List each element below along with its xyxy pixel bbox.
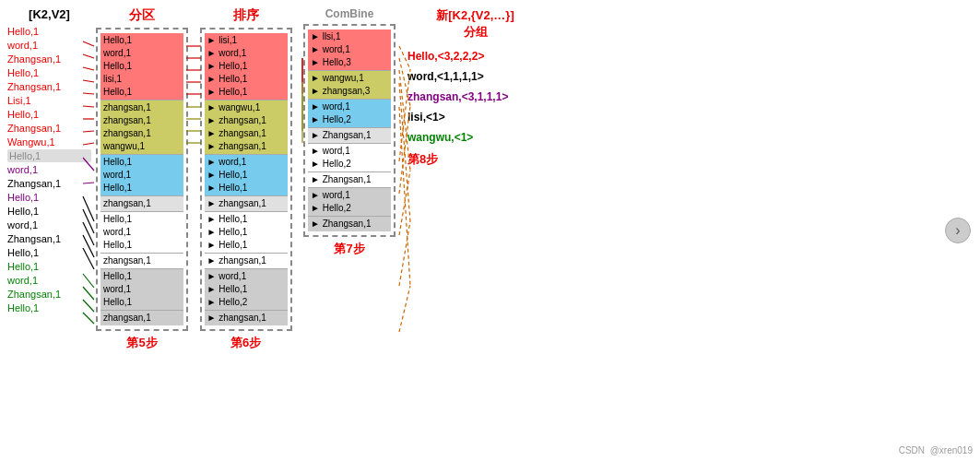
col5-item-2: zhangsan,<3,1,1,1>: [407, 90, 508, 103]
seg-item-2-1: ► Hello,2: [311, 113, 388, 126]
seg-item-4-0: ► word,1: [311, 145, 388, 158]
svg-line-46: [399, 221, 410, 286]
seg-item-4-2: Hello,1: [103, 239, 181, 252]
seg-item-1-0: ► wangwu,1: [207, 101, 285, 114]
segment-1: ► wangwu,1► zhangsan,1► zhangsan,1► zhan…: [205, 100, 288, 154]
watermark-csdn: CSDN: [899, 445, 925, 455]
seg-item-0-3: ► Hello,1: [207, 73, 285, 86]
col2-header: 分区: [129, 7, 155, 24]
col1-item-14: word,1: [7, 219, 91, 231]
col1-item-11: Zhangsan,1: [7, 177, 91, 190]
seg-item-4-1: word,1: [103, 226, 181, 239]
seg-item-4-0: Hello,1: [103, 213, 181, 226]
seg-item-2-1: word,1: [103, 169, 181, 182]
seg-item-6-2: Hello,1: [103, 296, 181, 309]
seg-item-0-3: lisi,1: [103, 73, 181, 86]
col3-step: 第6步: [230, 335, 261, 351]
main-container: [K2,V2] Hello,1word,1Zhangsan,1Hello,1Zh…: [0, 0, 980, 461]
col1-items: Hello,1word,1Zhangsan,1Hello,1Zhangsan,1…: [7, 25, 91, 314]
seg-item-5-0: zhangsan,1: [103, 254, 181, 267]
seg-item-1-1: ► zhangsan,1: [207, 114, 285, 127]
seg-item-7-0: ► zhangsan,1: [207, 312, 285, 325]
segment-7: zhangsan,1: [100, 310, 183, 325]
seg-item-1-0: zhangsan,1: [103, 101, 181, 114]
nav-next-button[interactable]: ›: [945, 218, 971, 243]
segment-7: ► Zhangsan,1: [308, 216, 391, 231]
seg-item-6-0: ► word,1: [207, 270, 285, 283]
segment-6: ► word,1► Hello,1► Hello,2: [205, 268, 288, 310]
col1-item-20: Hello,1: [7, 301, 91, 314]
seg-item-0-2: Hello,1: [103, 60, 181, 73]
seg-item-1-0: ► wangwu,1: [311, 72, 388, 85]
seg-item-3-0: ► Zhangsan,1: [311, 129, 388, 142]
watermark-user: @xren019: [930, 445, 973, 455]
col1-item-17: Hello,1: [7, 260, 91, 273]
segment-1: zhangsan,1zhangsan,1zhangsan,1wangwu,1: [100, 100, 183, 154]
seg-item-0-0: ► lisi,1: [207, 34, 285, 47]
seg-item-2-2: Hello,1: [103, 182, 181, 195]
seg-item-7-0: ► Zhangsan,1: [311, 218, 388, 230]
segment-5: ► zhangsan,1: [205, 253, 288, 268]
svg-line-45: [399, 171, 410, 235]
seg-item-5-0: ► zhangsan,1: [207, 254, 285, 267]
col2-box: Hello,1word,1Hello,1lisi,1Hello,1zhangsa…: [96, 28, 188, 331]
seg-item-4-0: ► Hello,1: [207, 213, 285, 226]
col4-combine: ComBine ► llsi,1► word,1► Hello,3► wangw…: [299, 7, 400, 257]
col1-item-9: Hello,1: [7, 149, 91, 162]
col1-item-7: Zhangsan,1: [7, 122, 91, 135]
svg-line-47: [399, 286, 410, 332]
seg-item-6-2: ► Hello,2: [207, 296, 285, 309]
col2-partition: 分区 Hello,1word,1Hello,1lisi,1Hello,1zhan…: [91, 7, 193, 351]
segment-4: ► Hello,1► Hello,1► Hello,1: [205, 211, 288, 253]
seg-item-1-1: ► zhangsan,3: [311, 85, 388, 98]
col1-item-0: Hello,1: [7, 25, 91, 38]
segment-3: ► Zhangsan,1: [308, 127, 391, 143]
col1-item-6: Hello,1: [7, 108, 91, 121]
col1-item-10: word,1: [7, 163, 91, 176]
segment-0: Hello,1word,1Hello,1lisi,1Hello,1: [100, 33, 183, 100]
col1-item-4: Zhangsan,1: [7, 80, 91, 93]
seg-item-3-0: zhangsan,1: [103, 197, 181, 210]
segment-3: ► zhangsan,1: [205, 195, 288, 211]
seg-item-6-0: ► word,1: [311, 189, 388, 202]
col1-item-16: Hello,1: [7, 246, 91, 259]
segment-2: Hello,1word,1Hello,1: [100, 154, 183, 195]
seg-item-0-0: Hello,1: [103, 34, 181, 47]
col5-item-4: wangwu,<1>: [407, 131, 508, 144]
segment-6: Hello,1word,1Hello,1: [100, 268, 183, 310]
col4-box: ► llsi,1► word,1► Hello,3► wangwu,1► zha…: [303, 24, 396, 237]
seg-item-2-0: Hello,1: [103, 156, 181, 169]
col1-item-8: Wangwu,1: [7, 136, 91, 148]
seg-item-4-1: ► Hello,1: [207, 226, 285, 239]
col1-item-1: word,1: [7, 39, 91, 52]
col1-header: [K2,V2]: [7, 7, 91, 21]
col5-step: 第8步: [407, 151, 438, 168]
seg-item-0-0: ► llsi,1: [311, 30, 388, 43]
seg-item-6-1: ► Hello,2: [311, 202, 388, 215]
col1-item-12: Hello,1: [7, 191, 91, 204]
segment-2: ► word,1► Hello,2: [308, 99, 391, 127]
col2-step: 第5步: [126, 335, 157, 351]
seg-item-6-0: Hello,1: [103, 270, 181, 283]
col1-item-15: Zhangsan,1: [7, 232, 91, 245]
segment-3: zhangsan,1: [100, 195, 183, 211]
col5-item-3: lisi,<1>: [407, 111, 508, 124]
col5-item-0: Hello,<3,2,2,2>: [407, 50, 508, 63]
segment-1: ► wangwu,1► zhangsan,3: [308, 70, 391, 99]
col3-header: 排序: [233, 7, 259, 24]
col5-header: 新[K2,{V2,…}]分组: [407, 7, 543, 41]
seg-item-2-2: ► Hello,1: [207, 182, 285, 195]
segment-6: ► word,1► Hello,2: [308, 187, 391, 216]
col1-item-2: Zhangsan,1: [7, 53, 91, 65]
col1-item-5: Lisi,1: [7, 94, 91, 107]
segment-4: ► word,1► Hello,2: [308, 143, 391, 171]
col5-item-1: word,<1,1,1,1>: [407, 70, 508, 83]
segment-4: Hello,1word,1Hello,1: [100, 211, 183, 253]
col3-box: ► lisi,1► word,1► Hello,1► Hello,1► Hell…: [200, 28, 292, 331]
seg-item-0-2: ► Hello,3: [311, 56, 388, 69]
seg-item-1-3: ► zhangsan,1: [207, 140, 285, 153]
seg-item-0-2: ► Hello,1: [207, 60, 285, 73]
col4-header: ComBine: [325, 7, 374, 20]
seg-item-0-1: ► word,1: [311, 43, 388, 56]
col5-group: 新[K2,{V2,…}]分组 Hello,<3,2,2,2>word,<1,1,…: [400, 7, 543, 168]
